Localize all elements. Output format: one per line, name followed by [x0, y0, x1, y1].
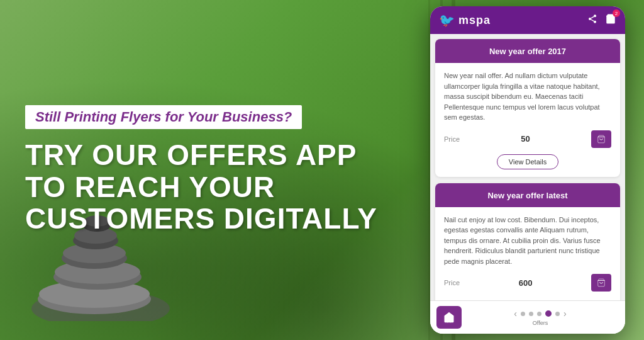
offer-1-price-label: Price — [444, 135, 460, 143]
offer-1-price-value: 50 — [460, 134, 591, 144]
header-icons: 2 — [587, 13, 616, 27]
tagline-text: Still Printing Flyers for Your Business? — [35, 109, 292, 125]
offer-2-header: New year offer latest — [435, 183, 620, 207]
svg-point-12 — [589, 18, 591, 20]
nav-dot-3[interactable] — [537, 312, 541, 316]
offer-1-view-details-button[interactable]: View Details — [497, 154, 558, 169]
offer-2-price-row: Price 600 — [444, 274, 611, 292]
nav-prev-arrow[interactable]: ‹ — [514, 309, 517, 319]
offer-2-add-to-cart-button[interactable] — [591, 274, 611, 292]
offer-2-description: Nail cut enjoy at low cost. Bibendum. Du… — [444, 215, 611, 267]
offer-2-title: New year offer latest — [487, 191, 567, 200]
offer-1-description: New year nail offer. Ad nullam dictum vu… — [444, 71, 611, 123]
svg-line-15 — [591, 16, 594, 18]
main-headline: TRY OUR OFFERS APP TO REACH YOUR CUSTOME… — [25, 139, 390, 235]
phone-logo: 🐦 mspa — [439, 13, 491, 28]
nav-dot-2[interactable] — [529, 312, 533, 316]
offer-1-add-to-cart-button[interactable] — [591, 130, 611, 148]
offer-2-price-label: Price — [444, 279, 460, 286]
nav-dot-5[interactable] — [555, 312, 560, 316]
share-icon[interactable] — [587, 14, 597, 26]
phone-header: 🐦 mspa 2 — [430, 6, 625, 34]
home-nav-button[interactable] — [436, 306, 462, 329]
offer-1-title: New year offer 2017 — [489, 47, 566, 56]
cart-icon-badge[interactable]: 2 — [605, 13, 616, 27]
nav-next-arrow[interactable]: › — [564, 309, 567, 319]
headline-line1: TRY OUR OFFERS APP TO REACH YOUR — [25, 139, 390, 203]
logo-text: mspa — [458, 14, 491, 27]
offer-2-body: Nail cut enjoy at low cost. Bibendum. Du… — [435, 207, 620, 301]
nav-pagination-area: ‹ › Offers — [462, 309, 619, 326]
nav-dot-4-active[interactable] — [545, 310, 552, 317]
svg-point-13 — [594, 21, 596, 23]
nav-dot-1[interactable] — [521, 312, 525, 316]
phone-bottom-nav: ‹ › Offers — [430, 300, 625, 334]
svg-line-14 — [591, 20, 594, 21]
offer-1-header: New year offer 2017 — [435, 39, 620, 63]
headline-line2: CUSTOMERS DIGITALLY — [25, 203, 390, 235]
offer-1-price-row: Price 50 — [444, 130, 611, 148]
nav-section-label: Offers — [533, 320, 548, 326]
offer-2-price-value: 600 — [460, 278, 591, 288]
nav-dots-row: ‹ › — [514, 309, 566, 319]
offer-card-1: New year offer 2017 New year nail offer.… — [435, 39, 620, 177]
phone-content-scroll[interactable]: New year offer 2017 New year nail offer.… — [430, 34, 625, 300]
svg-point-11 — [594, 14, 596, 17]
logo-bird-icon: 🐦 — [439, 13, 455, 28]
cart-badge-number: 2 — [613, 9, 620, 17]
tagline-box: Still Printing Flyers for Your Business? — [25, 105, 302, 129]
phone-mockup: 🐦 mspa 2 New year offer 20 — [430, 6, 625, 334]
offer-card-2: New year offer latest Nail cut enjoy at … — [435, 183, 620, 301]
left-content-area: Still Printing Flyers for Your Business?… — [25, 105, 390, 235]
offer-1-body: New year nail offer. Ad nullam dictum vu… — [435, 63, 620, 177]
